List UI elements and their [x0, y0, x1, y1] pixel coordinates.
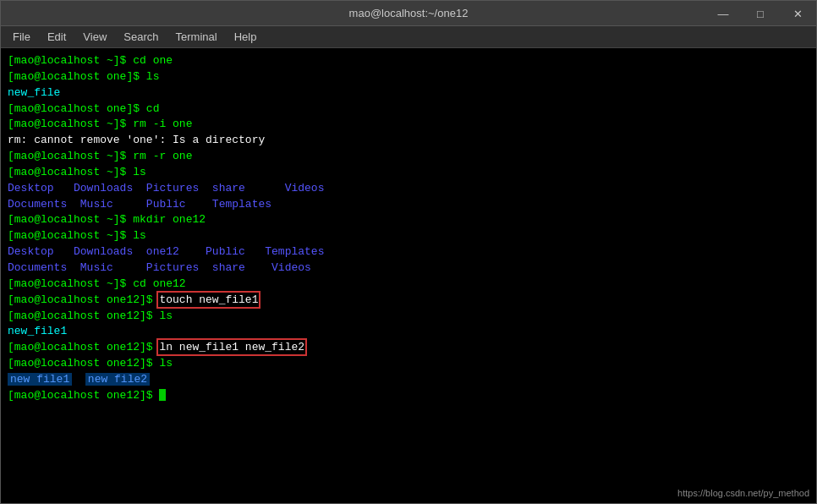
menu-terminal[interactable]: Terminal — [167, 29, 226, 45]
menu-help[interactable]: Help — [226, 29, 266, 45]
menu-search[interactable]: Search — [115, 29, 167, 45]
menu-view[interactable]: View — [74, 29, 115, 45]
window-title: mao@localhost:~/one12 — [349, 7, 469, 19]
menubar: File Edit View Search Terminal Help — [1, 26, 816, 48]
maximize-button[interactable]: □ — [742, 1, 779, 26]
terminal-output: [mao@localhost ~]$ cd one [mao@localhost… — [8, 53, 809, 404]
watermark-link: https://blog.csdn.net/py_method — [677, 488, 809, 498]
terminal-area[interactable]: [mao@localhost ~]$ cd one [mao@localhost… — [1, 48, 816, 503]
titlebar: mao@localhost:~/one12 — □ ✕ — [1, 1, 816, 26]
minimize-button[interactable]: — — [705, 1, 742, 26]
close-button[interactable]: ✕ — [779, 1, 816, 26]
menu-edit[interactable]: Edit — [39, 29, 74, 45]
terminal-window: mao@localhost:~/one12 — □ ✕ File Edit Vi… — [0, 0, 817, 504]
menu-file[interactable]: File — [4, 29, 39, 45]
window-controls: — □ ✕ — [705, 1, 816, 26]
